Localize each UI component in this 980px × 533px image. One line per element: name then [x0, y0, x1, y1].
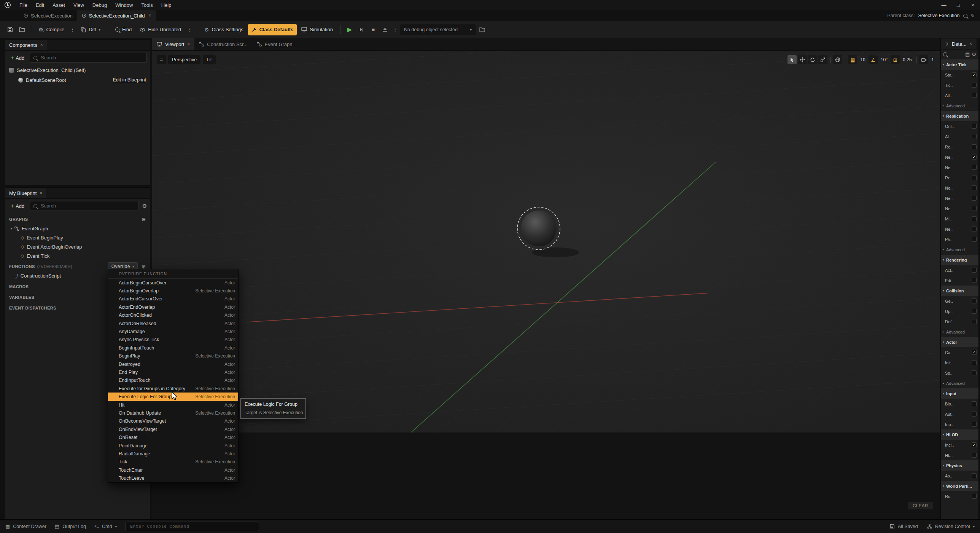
- override-menu-item[interactable]: On Datahub Update Selective Execution: [108, 409, 238, 417]
- menu-item[interactable]: File: [15, 0, 32, 10]
- details-item[interactable]: Ne..: [941, 152, 978, 162]
- edit-in-blueprint-link[interactable]: Edit in Blueprint: [113, 77, 146, 83]
- details-item[interactable]: Inp..: [941, 419, 978, 429]
- play-button[interactable]: ▶: [344, 24, 355, 35]
- details-item[interactable]: Physics: [941, 460, 978, 471]
- details-item[interactable]: Ne..: [941, 203, 978, 214]
- compile-options-icon[interactable]: ⋮: [69, 27, 76, 32]
- checkbox[interactable]: [972, 72, 977, 77]
- override-menu-item[interactable]: ActorOnClicked Actor: [108, 311, 238, 319]
- browse-content-button[interactable]: [16, 24, 27, 35]
- save-button[interactable]: [5, 24, 15, 35]
- details-item[interactable]: Al..: [941, 131, 978, 142]
- browse-debug-object-button[interactable]: [477, 24, 488, 35]
- override-menu-item[interactable]: Hit Actor: [108, 401, 238, 409]
- details-item[interactable]: Ge..: [941, 296, 978, 306]
- close-tab-icon[interactable]: ×: [149, 13, 151, 18]
- components-search-input[interactable]: [40, 55, 143, 61]
- details-item[interactable]: Def..: [941, 316, 978, 327]
- menu-item[interactable]: Tools: [137, 0, 157, 10]
- override-menu-item[interactable]: End Play Actor: [108, 368, 238, 376]
- my-blueprint-search-input[interactable]: [40, 203, 135, 209]
- checkbox[interactable]: [972, 155, 977, 160]
- rotation-snap-toggle[interactable]: ∠: [869, 55, 878, 64]
- scale-snap-toggle[interactable]: ⊞: [891, 55, 900, 64]
- lit-mode-button[interactable]: Lit: [203, 55, 215, 64]
- details-item[interactable]: All..: [941, 90, 978, 101]
- compile-button[interactable]: ⚙✓ Compile: [35, 24, 68, 35]
- details-item[interactable]: Advanced: [941, 101, 978, 111]
- checkbox[interactable]: [972, 175, 977, 180]
- close-icon[interactable]: ×: [40, 190, 42, 196]
- clear-button[interactable]: CLEAR: [908, 502, 933, 509]
- checkbox[interactable]: [972, 237, 977, 242]
- override-menu-item[interactable]: Destroyed Actor: [108, 360, 238, 368]
- tab-construction-script[interactable]: Construction Scr...: [194, 38, 252, 50]
- rotate-tool-button[interactable]: [808, 55, 817, 64]
- override-menu-item[interactable]: ActorOnReleased Actor: [108, 319, 238, 327]
- details-item[interactable]: Blo..: [941, 399, 978, 409]
- checkbox[interactable]: [972, 360, 977, 365]
- close-icon[interactable]: ×: [187, 41, 190, 47]
- override-menu-item[interactable]: PointDamage Actor: [108, 442, 238, 450]
- close-icon[interactable]: ×: [969, 41, 972, 46]
- event-item[interactable]: ◇ Event BeginPlay: [5, 233, 150, 242]
- details-item[interactable]: Up..: [941, 306, 978, 316]
- override-menu-item[interactable]: EndInputTouch Actor: [108, 377, 238, 385]
- move-tool-button[interactable]: [798, 55, 807, 64]
- details-item[interactable]: Actor Tick: [941, 59, 978, 70]
- output-log-button[interactable]: ▤ Output Log: [55, 523, 86, 529]
- details-item[interactable]: Ne..: [941, 193, 978, 203]
- parent-class-value[interactable]: Selective Execution: [918, 13, 959, 18]
- perspective-button[interactable]: Perspective: [168, 55, 200, 64]
- expander-icon[interactable]: ▾: [11, 227, 12, 230]
- details-item[interactable]: Ne..: [941, 183, 978, 193]
- frame-skip-button[interactable]: [356, 24, 367, 35]
- details-item[interactable]: Incl..: [941, 440, 978, 450]
- checkbox[interactable]: [972, 442, 977, 447]
- component-child-row[interactable]: DefaultSceneRoot Edit in Blueprint: [5, 75, 150, 85]
- checkbox[interactable]: [972, 227, 977, 231]
- checkbox[interactable]: [972, 268, 977, 273]
- checkbox[interactable]: [972, 144, 977, 149]
- checkbox[interactable]: [972, 206, 977, 211]
- checkbox[interactable]: [972, 422, 977, 427]
- override-menu-item[interactable]: ActorEndOverlap Actor: [108, 303, 238, 311]
- revision-control-button[interactable]: Revision Control ▾: [927, 524, 975, 529]
- viewport-menu-icon[interactable]: ≡: [157, 55, 166, 64]
- checkbox[interactable]: [972, 83, 977, 88]
- world-space-toggle[interactable]: [833, 55, 842, 64]
- hide-unrelated-button[interactable]: Hide Unrelated: [136, 24, 185, 35]
- menu-item[interactable]: Debug: [88, 0, 111, 10]
- details-item[interactable]: Ne..: [941, 224, 978, 234]
- details-item[interactable]: Sp..: [941, 368, 978, 378]
- console-command-input[interactable]: [129, 523, 255, 529]
- close-icon[interactable]: ×: [40, 42, 43, 48]
- checkbox[interactable]: [972, 216, 977, 221]
- grid-snap-toggle[interactable]: ▦: [848, 55, 857, 64]
- components-tab[interactable]: Components ×: [5, 40, 47, 50]
- override-menu-item[interactable]: TouchLeave Actor: [108, 474, 238, 482]
- menu-item[interactable]: Window: [111, 0, 137, 10]
- override-menu-item[interactable]: OnReset Actor: [108, 433, 238, 441]
- camera-speed-button[interactable]: [919, 55, 928, 64]
- menu-item[interactable]: Edit: [32, 0, 48, 10]
- details-tab[interactable]: Deta... ×: [941, 38, 976, 49]
- search-icon[interactable]: [943, 52, 947, 56]
- tab-event-graph[interactable]: Event Graph: [252, 38, 297, 50]
- details-item[interactable]: HL..: [941, 450, 978, 460]
- all-saved-button[interactable]: All Saved: [890, 524, 918, 529]
- override-menu-item[interactable]: TouchEnter Actor: [108, 466, 238, 474]
- simulation-button[interactable]: Simulation: [298, 24, 336, 35]
- override-menu-item[interactable]: ActorEndCursorOver Actor: [108, 295, 238, 303]
- add-graph-icon[interactable]: ⊕: [142, 216, 146, 222]
- details-item[interactable]: Init..: [941, 357, 978, 368]
- minimize-button[interactable]: —: [937, 0, 951, 10]
- details-item[interactable]: Re..: [941, 172, 978, 183]
- details-item[interactable]: Re..: [941, 142, 978, 152]
- details-item[interactable]: Ne..: [941, 162, 978, 172]
- close-button[interactable]: ×: [966, 0, 980, 10]
- checkbox[interactable]: [972, 298, 977, 303]
- add-component-button[interactable]: + Add: [8, 54, 27, 62]
- checkbox[interactable]: [972, 453, 977, 458]
